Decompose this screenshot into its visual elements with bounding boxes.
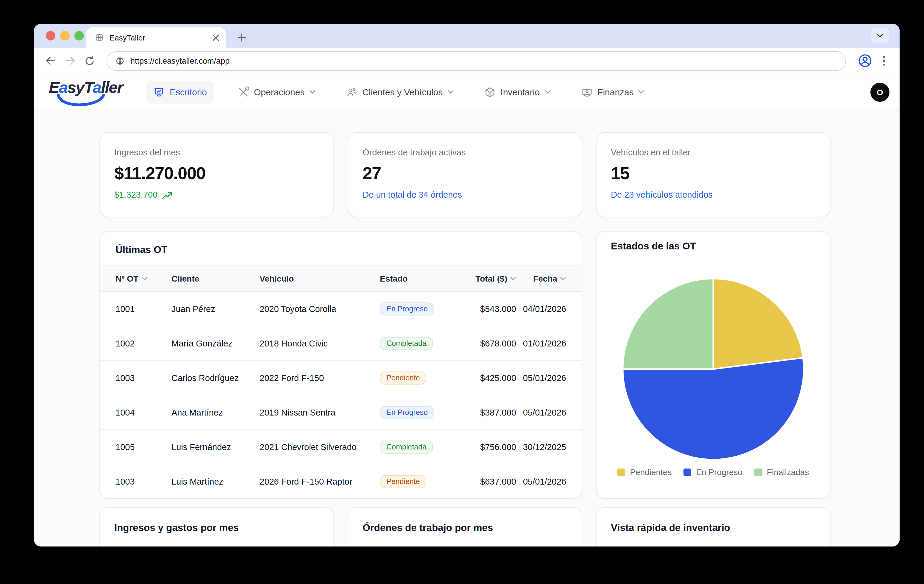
- stat-link[interactable]: De 23 vehículos atendidos: [611, 190, 816, 200]
- legend-item-pendientes: Pendientes: [617, 467, 672, 477]
- card-title: Vista rápida de inventario: [611, 522, 816, 533]
- cell-cliente: Ana Martínez: [172, 407, 259, 417]
- ot-status-title: Estados de las OT: [597, 232, 830, 261]
- cell-estado: En Progreso: [380, 302, 461, 315]
- inventory-quick-view-card: Vista rápida de inventario: [596, 507, 830, 546]
- column-header-total[interactable]: Total ($): [475, 274, 516, 284]
- pie-legend: PendientesEn ProgresoFinalizadas: [617, 467, 809, 477]
- app-header: EasyTaller Escritorio Operaciones: [34, 74, 899, 110]
- cell-vehiculo: 2020 Toyota Corolla: [259, 304, 380, 313]
- cell-total: $756.000: [480, 442, 516, 452]
- chevron-down-icon: [447, 90, 454, 94]
- table-row[interactable]: 1003 Luis Martínez 2026 Ford F-150 Rapto…: [100, 464, 582, 498]
- cell-estado: Pendiente: [380, 475, 461, 488]
- cell-estado: Completada: [380, 440, 461, 453]
- cell-ot: 1003: [116, 477, 172, 486]
- cube-icon: [484, 86, 496, 98]
- stat-label: Vehículos en el taller: [611, 148, 816, 157]
- reload-icon: [84, 55, 95, 66]
- sort-chevron-icon: [510, 277, 516, 280]
- cell-estado: Completada: [380, 337, 461, 350]
- stat-link[interactable]: De un total de 34 órdenes: [363, 190, 568, 200]
- cell-vehiculo: 2021 Chevrolet Silverado: [259, 442, 380, 452]
- orders-table-card: Últimas OT Nº OT Cliente Vehículo Estado…: [99, 231, 582, 499]
- nav-item-label: Clientes y Vehículos: [362, 87, 443, 97]
- trending-up-icon: [162, 190, 173, 199]
- cell-fecha: 04/01/2026: [523, 304, 566, 313]
- sort-chevron-icon: [560, 277, 566, 280]
- plus-icon: [238, 33, 246, 42]
- column-header-vehiculo: Vehículo: [259, 274, 380, 284]
- nav-item-label: Operaciones: [254, 87, 305, 97]
- maximize-window-button[interactable]: [74, 31, 84, 41]
- chevron-down-icon: [876, 33, 883, 38]
- browser-menu-button[interactable]: [881, 53, 888, 68]
- tab-close-icon[interactable]: [212, 34, 220, 41]
- pie-chart: [618, 276, 808, 463]
- cell-ot: 1003: [116, 373, 172, 383]
- app-logo[interactable]: EasyTaller: [49, 78, 129, 106]
- reload-button[interactable]: [84, 55, 95, 66]
- site-info-globe-icon: [116, 56, 124, 65]
- tab-search-button[interactable]: [871, 28, 889, 43]
- cell-total: $678.000: [480, 338, 516, 348]
- cell-ot: 1002: [116, 338, 172, 348]
- new-tab-button[interactable]: [234, 30, 249, 45]
- card-title: Ingresos y gastos por mes: [114, 522, 319, 533]
- url-text: https://cl.easytaller.com/app: [130, 56, 229, 65]
- cell-cliente: Carlos Rodríguez: [172, 373, 259, 383]
- back-arrow-icon: [45, 55, 56, 67]
- nav-item-finanzas[interactable]: Finanzas: [574, 81, 652, 103]
- table-row[interactable]: 1002 María González 2018 Honda Civic Com…: [100, 326, 582, 361]
- cell-total: $387.000: [480, 407, 516, 417]
- avatar-initial: O: [877, 87, 883, 97]
- minimize-window-button[interactable]: [60, 31, 70, 41]
- close-window-button[interactable]: [46, 31, 55, 41]
- main-nav: Escritorio Operaciones Clientes y Vehícu…: [146, 81, 652, 103]
- chevron-down-icon: [639, 90, 645, 94]
- column-header-ot[interactable]: Nº OT: [116, 274, 172, 284]
- cell-estado: Pendiente: [380, 371, 461, 384]
- tab-title: EasyTaller: [109, 33, 206, 42]
- dashboard-content: Ingresos del mes $11.270.000 $1.323.700 …: [34, 110, 899, 546]
- stat-card-ingresos: Ingresos del mes $11.270.000 $1.323.700: [99, 132, 334, 217]
- stat-card-vehiculos: Vehículos en el taller 15 De 23 vehículo…: [596, 132, 830, 217]
- income-expense-chart-card: Ingresos y gastos por mes: [99, 507, 334, 546]
- url-bar[interactable]: https://cl.easytaller.com/app: [107, 51, 846, 71]
- table-row[interactable]: 1004 Ana Martínez 2019 Nissan Sentra En …: [100, 395, 582, 430]
- ot-status-card: Estados de las OT PendientesEn ProgresoF…: [596, 231, 830, 499]
- status-badge: Pendiente: [380, 475, 427, 488]
- main-row: Últimas OT Nº OT Cliente Vehículo Estado…: [99, 231, 830, 499]
- nav-item-escritorio[interactable]: Escritorio: [146, 81, 214, 103]
- status-badge: Completada: [380, 440, 433, 453]
- cell-cliente: Luis Fernández: [172, 442, 259, 452]
- profile-button[interactable]: [858, 53, 873, 68]
- back-button[interactable]: [45, 55, 56, 67]
- dashboard-board-icon: [153, 86, 165, 98]
- orders-table-title: Últimas OT: [100, 232, 582, 266]
- table-row[interactable]: 1005 Luis Fernández 2021 Chevrolet Silve…: [100, 430, 582, 464]
- pie-slice-finalizadas: [623, 279, 713, 369]
- column-header-fecha[interactable]: Fecha: [533, 274, 566, 284]
- stat-value: $11.270.000: [114, 164, 319, 183]
- table-row[interactable]: 1003 Carlos Rodríguez 2022 Ford F-150 Pe…: [100, 361, 582, 395]
- tab-strip: EasyTaller: [34, 24, 899, 48]
- status-badge: En Progreso: [380, 302, 434, 315]
- nav-item-operaciones[interactable]: Operaciones: [230, 81, 322, 103]
- cell-vehiculo: 2018 Honda Civic: [259, 338, 380, 348]
- table-row[interactable]: 1001 Juan Pérez 2020 Toyota Corolla En P…: [100, 292, 582, 326]
- stat-delta: $1.323.700: [114, 190, 319, 200]
- stat-label: Órdenes de trabajo activas: [363, 148, 568, 157]
- nav-item-inventario[interactable]: Inventario: [477, 81, 558, 103]
- stat-value: 15: [611, 164, 816, 183]
- orders-table-body: 1001 Juan Pérez 2020 Toyota Corolla En P…: [100, 292, 582, 498]
- browser-tab[interactable]: EasyTaller: [86, 27, 226, 48]
- legend-label: En Progreso: [696, 467, 742, 477]
- logo-swoosh: [56, 94, 106, 107]
- user-avatar[interactable]: O: [870, 82, 889, 102]
- forward-button[interactable]: [64, 55, 76, 67]
- tools-icon: [237, 86, 249, 98]
- orders-table-header: Nº OT Cliente Vehículo Estado Total ($) …: [100, 266, 582, 292]
- cell-fecha: 05/01/2026: [523, 477, 566, 486]
- nav-item-clientes-vehiculos[interactable]: Clientes y Vehículos: [338, 81, 460, 103]
